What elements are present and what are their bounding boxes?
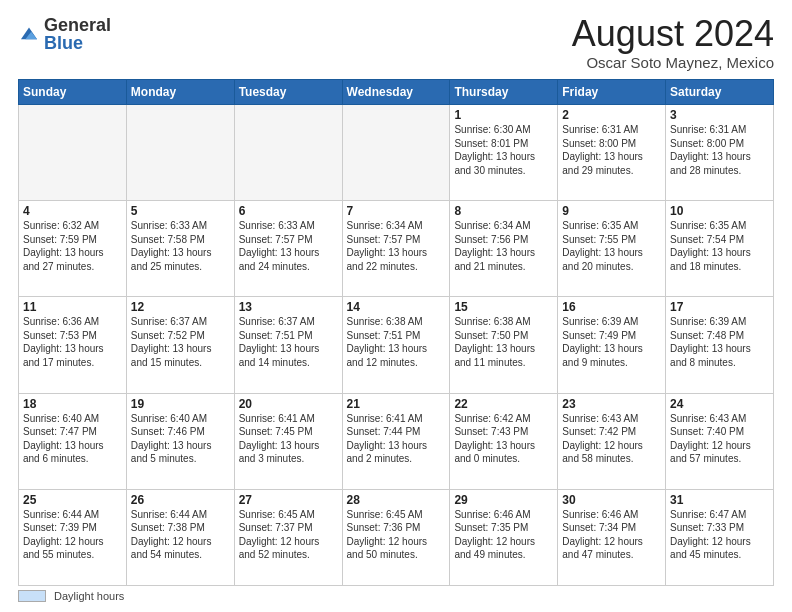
day-cell: 12Sunrise: 6:37 AM Sunset: 7:52 PM Dayli… — [126, 297, 234, 393]
day-info: Sunrise: 6:39 AM Sunset: 7:48 PM Dayligh… — [670, 315, 769, 369]
day-cell: 7Sunrise: 6:34 AM Sunset: 7:57 PM Daylig… — [342, 201, 450, 297]
day-cell: 22Sunrise: 6:42 AM Sunset: 7:43 PM Dayli… — [450, 393, 558, 489]
day-number: 12 — [131, 300, 230, 314]
week-row-4: 25Sunrise: 6:44 AM Sunset: 7:39 PM Dayli… — [19, 489, 774, 585]
day-info: Sunrise: 6:31 AM Sunset: 8:00 PM Dayligh… — [562, 123, 661, 177]
day-number: 8 — [454, 204, 553, 218]
day-info: Sunrise: 6:30 AM Sunset: 8:01 PM Dayligh… — [454, 123, 553, 177]
day-header-tuesday: Tuesday — [234, 80, 342, 105]
day-cell — [234, 105, 342, 201]
day-number: 23 — [562, 397, 661, 411]
day-cell: 3Sunrise: 6:31 AM Sunset: 8:00 PM Daylig… — [666, 105, 774, 201]
day-number: 11 — [23, 300, 122, 314]
day-cell: 6Sunrise: 6:33 AM Sunset: 7:57 PM Daylig… — [234, 201, 342, 297]
day-info: Sunrise: 6:43 AM Sunset: 7:40 PM Dayligh… — [670, 412, 769, 466]
day-number: 20 — [239, 397, 338, 411]
day-info: Sunrise: 6:36 AM Sunset: 7:53 PM Dayligh… — [23, 315, 122, 369]
day-cell: 1Sunrise: 6:30 AM Sunset: 8:01 PM Daylig… — [450, 105, 558, 201]
day-number: 22 — [454, 397, 553, 411]
day-number: 15 — [454, 300, 553, 314]
day-cell: 24Sunrise: 6:43 AM Sunset: 7:40 PM Dayli… — [666, 393, 774, 489]
day-cell: 25Sunrise: 6:44 AM Sunset: 7:39 PM Dayli… — [19, 489, 127, 585]
day-info: Sunrise: 6:37 AM Sunset: 7:51 PM Dayligh… — [239, 315, 338, 369]
day-cell: 9Sunrise: 6:35 AM Sunset: 7:55 PM Daylig… — [558, 201, 666, 297]
day-number: 30 — [562, 493, 661, 507]
day-header-wednesday: Wednesday — [342, 80, 450, 105]
day-cell: 26Sunrise: 6:44 AM Sunset: 7:38 PM Dayli… — [126, 489, 234, 585]
day-info: Sunrise: 6:33 AM Sunset: 7:58 PM Dayligh… — [131, 219, 230, 273]
day-header-monday: Monday — [126, 80, 234, 105]
logo: General Blue — [18, 16, 111, 52]
day-header-friday: Friday — [558, 80, 666, 105]
day-number: 5 — [131, 204, 230, 218]
page: General Blue August 2024 Oscar Soto Mayn… — [0, 0, 792, 612]
day-number: 13 — [239, 300, 338, 314]
day-info: Sunrise: 6:43 AM Sunset: 7:42 PM Dayligh… — [562, 412, 661, 466]
day-info: Sunrise: 6:45 AM Sunset: 7:36 PM Dayligh… — [347, 508, 446, 562]
day-cell: 27Sunrise: 6:45 AM Sunset: 7:37 PM Dayli… — [234, 489, 342, 585]
header: General Blue August 2024 Oscar Soto Mayn… — [18, 16, 774, 71]
day-number: 18 — [23, 397, 122, 411]
day-info: Sunrise: 6:34 AM Sunset: 7:57 PM Dayligh… — [347, 219, 446, 273]
day-info: Sunrise: 6:38 AM Sunset: 7:51 PM Dayligh… — [347, 315, 446, 369]
day-cell: 20Sunrise: 6:41 AM Sunset: 7:45 PM Dayli… — [234, 393, 342, 489]
day-cell: 17Sunrise: 6:39 AM Sunset: 7:48 PM Dayli… — [666, 297, 774, 393]
day-info: Sunrise: 6:44 AM Sunset: 7:38 PM Dayligh… — [131, 508, 230, 562]
logo-icon — [18, 23, 40, 45]
day-number: 25 — [23, 493, 122, 507]
day-info: Sunrise: 6:40 AM Sunset: 7:46 PM Dayligh… — [131, 412, 230, 466]
calendar-subtitle: Oscar Soto Maynez, Mexico — [572, 54, 774, 71]
day-number: 29 — [454, 493, 553, 507]
day-cell: 29Sunrise: 6:46 AM Sunset: 7:35 PM Dayli… — [450, 489, 558, 585]
day-cell: 21Sunrise: 6:41 AM Sunset: 7:44 PM Dayli… — [342, 393, 450, 489]
day-info: Sunrise: 6:35 AM Sunset: 7:55 PM Dayligh… — [562, 219, 661, 273]
day-cell: 2Sunrise: 6:31 AM Sunset: 8:00 PM Daylig… — [558, 105, 666, 201]
day-number: 16 — [562, 300, 661, 314]
day-number: 1 — [454, 108, 553, 122]
week-row-0: 1Sunrise: 6:30 AM Sunset: 8:01 PM Daylig… — [19, 105, 774, 201]
day-number: 10 — [670, 204, 769, 218]
day-info: Sunrise: 6:46 AM Sunset: 7:35 PM Dayligh… — [454, 508, 553, 562]
day-number: 24 — [670, 397, 769, 411]
day-cell — [126, 105, 234, 201]
day-number: 28 — [347, 493, 446, 507]
day-headers-row: SundayMondayTuesdayWednesdayThursdayFrid… — [19, 80, 774, 105]
day-cell: 30Sunrise: 6:46 AM Sunset: 7:34 PM Dayli… — [558, 489, 666, 585]
day-info: Sunrise: 6:44 AM Sunset: 7:39 PM Dayligh… — [23, 508, 122, 562]
week-row-2: 11Sunrise: 6:36 AM Sunset: 7:53 PM Dayli… — [19, 297, 774, 393]
day-info: Sunrise: 6:33 AM Sunset: 7:57 PM Dayligh… — [239, 219, 338, 273]
footer: Daylight hours — [18, 590, 774, 602]
day-info: Sunrise: 6:40 AM Sunset: 7:47 PM Dayligh… — [23, 412, 122, 466]
day-number: 17 — [670, 300, 769, 314]
day-cell — [19, 105, 127, 201]
day-cell — [342, 105, 450, 201]
logo-text: General Blue — [44, 16, 111, 52]
day-number: 6 — [239, 204, 338, 218]
day-cell: 18Sunrise: 6:40 AM Sunset: 7:47 PM Dayli… — [19, 393, 127, 489]
day-number: 3 — [670, 108, 769, 122]
day-info: Sunrise: 6:31 AM Sunset: 8:00 PM Dayligh… — [670, 123, 769, 177]
day-cell: 16Sunrise: 6:39 AM Sunset: 7:49 PM Dayli… — [558, 297, 666, 393]
day-number: 26 — [131, 493, 230, 507]
week-row-3: 18Sunrise: 6:40 AM Sunset: 7:47 PM Dayli… — [19, 393, 774, 489]
daylight-label: Daylight hours — [54, 590, 124, 602]
day-number: 27 — [239, 493, 338, 507]
day-info: Sunrise: 6:46 AM Sunset: 7:34 PM Dayligh… — [562, 508, 661, 562]
day-cell: 14Sunrise: 6:38 AM Sunset: 7:51 PM Dayli… — [342, 297, 450, 393]
day-header-sunday: Sunday — [19, 80, 127, 105]
week-row-1: 4Sunrise: 6:32 AM Sunset: 7:59 PM Daylig… — [19, 201, 774, 297]
day-number: 31 — [670, 493, 769, 507]
day-info: Sunrise: 6:45 AM Sunset: 7:37 PM Dayligh… — [239, 508, 338, 562]
daylight-swatch — [18, 590, 46, 602]
day-cell: 19Sunrise: 6:40 AM Sunset: 7:46 PM Dayli… — [126, 393, 234, 489]
day-cell: 11Sunrise: 6:36 AM Sunset: 7:53 PM Dayli… — [19, 297, 127, 393]
day-info: Sunrise: 6:34 AM Sunset: 7:56 PM Dayligh… — [454, 219, 553, 273]
logo-general-text: General — [44, 16, 111, 34]
day-number: 2 — [562, 108, 661, 122]
day-header-thursday: Thursday — [450, 80, 558, 105]
day-cell: 28Sunrise: 6:45 AM Sunset: 7:36 PM Dayli… — [342, 489, 450, 585]
day-cell: 10Sunrise: 6:35 AM Sunset: 7:54 PM Dayli… — [666, 201, 774, 297]
logo-blue-text: Blue — [44, 34, 111, 52]
day-info: Sunrise: 6:47 AM Sunset: 7:33 PM Dayligh… — [670, 508, 769, 562]
day-info: Sunrise: 6:39 AM Sunset: 7:49 PM Dayligh… — [562, 315, 661, 369]
